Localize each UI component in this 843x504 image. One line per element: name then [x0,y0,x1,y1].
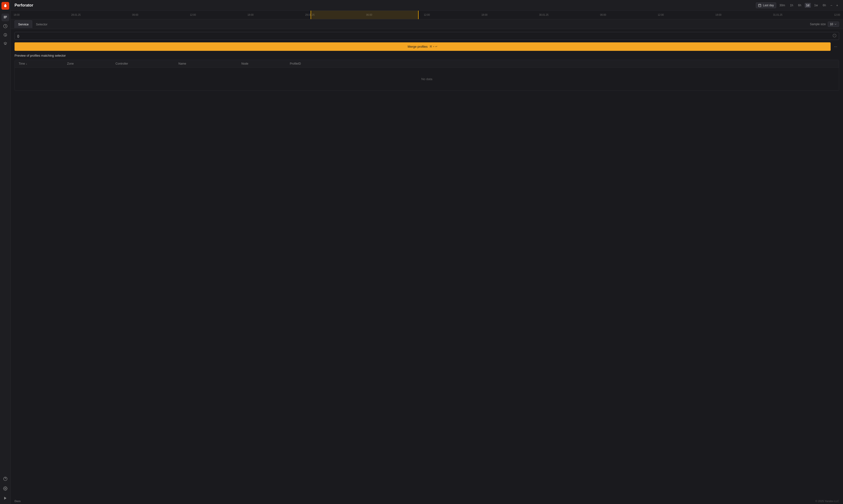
tick-1200-4: 12:00 [834,14,840,16]
footer: Docs © 2025 Yandex LLC [11,498,843,504]
sidebar-item-clock[interactable] [1,31,9,39]
sidebar-item-balance[interactable] [1,40,9,48]
sidebar-item-flame[interactable] [1,14,9,21]
help-icon[interactable] [1,475,9,483]
tick-1200-1: 12:00 [190,14,196,16]
timeline: 18:00 28.01.25 06:00 12:00 18:00 29.01.2… [11,11,843,19]
settings-icon[interactable] [1,485,9,492]
tick-0600-3: 06:00 [600,14,606,16]
sidebar-bottom [1,475,9,502]
tick-1800: 18:00 [14,14,20,16]
sample-size-value: 10 [830,22,833,26]
svg-rect-7 [758,4,761,6]
app-title: Perforator [15,3,33,7]
time-range-selector[interactable]: Last day [756,2,776,8]
tick-1200-2: 12:00 [424,14,430,16]
sort-icon-time: ↓ [26,62,27,65]
tick-2801: 28.01.25 [71,14,80,16]
svg-point-5 [5,488,6,489]
header: Perforator Last day 30m 1h 6h 1d 1w 6h −… [11,0,843,11]
tick-1800-2: 18:00 [247,14,253,16]
profiles-table: Time ↓ Zone Controller Name Node Profile… [15,60,839,91]
info-icon[interactable] [832,34,837,38]
tick-0600-1: 06:00 [132,14,138,16]
tick-3101: 31.01.25 [773,14,783,16]
no-data-text: No data [421,77,432,81]
tab-service[interactable]: Service [15,20,32,28]
merge-btn-kbd: ⌘ + ↵ [430,45,437,48]
merge-btn-label: Merge profiles [408,45,428,49]
play-icon[interactable] [1,494,9,502]
sample-size-row: Sample size 10 [810,21,839,27]
tabs-row: Service Selector Sample size 10 [11,19,843,29]
table-header: Time ↓ Zone Controller Name Node Profile… [15,60,839,68]
selector-input[interactable] [17,34,832,38]
tick-0600-2: 06:00 [366,14,372,16]
sidebar-item-list[interactable] [1,22,9,30]
header-controls: Last day 30m 1h 6h 1d 1w 6h − + [756,2,839,8]
th-time[interactable]: Time ↓ [19,62,67,65]
sample-size-label: Sample size [810,22,826,26]
content-area: Merge profiles ⌘ + ↵ ··· Preview of prof… [11,29,843,504]
time-btn-1w[interactable]: 1w [813,3,819,8]
calendar-icon [758,4,761,7]
svg-rect-0 [4,16,7,16]
th-zone[interactable]: Zone [67,62,115,65]
table-body-empty: No data [15,68,839,91]
merge-btn-row: Merge profiles ⌘ + ↵ ··· [15,42,839,51]
app-logo[interactable] [1,2,9,10]
tab-selector[interactable]: Selector [32,20,51,28]
docs-link[interactable]: Docs [15,500,21,503]
merge-profiles-button[interactable]: Merge profiles ⌘ + ↵ [15,42,831,51]
sample-size-select[interactable]: 10 [828,21,839,27]
time-range-label: Last day [763,4,774,7]
svg-rect-2 [4,18,6,18]
timeline-labels: 18:00 28.01.25 06:00 12:00 18:00 29.01.2… [12,11,842,19]
th-controller[interactable]: Controller [115,62,178,65]
main-content: Perforator Last day 30m 1h 6h 1d 1w 6h −… [11,0,843,504]
preview-title: Preview of profiles matching selector [15,54,839,57]
th-node[interactable]: Node [241,62,290,65]
tick-1800-4: 18:00 [715,14,721,16]
time-btn-1h[interactable]: 1h [789,3,794,8]
time-btn-6h-2[interactable]: 6h [821,3,827,8]
tick-3001: 30.01.25 [539,14,549,16]
tick-1800-3: 18:00 [482,14,488,16]
selector-row [15,32,839,40]
svg-marker-6 [4,497,6,500]
more-options-button[interactable]: ··· [832,43,839,50]
time-btn-6h[interactable]: 6h [796,3,803,8]
svg-rect-1 [4,17,7,17]
time-btn-1d[interactable]: 1d [805,3,811,8]
tick-2901: 29.01.25 [305,14,315,16]
th-profileid[interactable]: ProfileID [290,62,835,65]
tick-1200-3: 12:00 [658,14,664,16]
time-btn-30m[interactable]: 30m [778,3,787,8]
chevron-down-icon [834,23,837,26]
zoom-out-btn[interactable]: − [829,2,833,8]
th-name[interactable]: Name [178,62,241,65]
zoom-in-btn[interactable]: + [835,2,839,8]
sidebar [0,0,11,504]
copyright-text: © 2025 Yandex LLC [815,500,839,503]
